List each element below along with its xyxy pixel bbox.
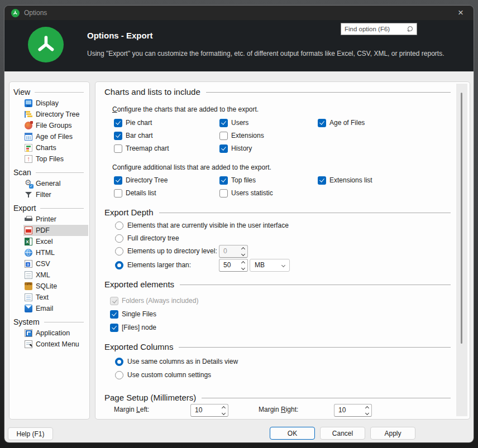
checkbox-folders-always-included[interactable]: Folders (Always included) xyxy=(110,297,198,305)
sidebar-item-directory-tree[interactable]: Directory Tree xyxy=(9,109,89,120)
sidebar-group-system: System xyxy=(13,316,84,327)
radio-button[interactable] xyxy=(115,221,123,230)
checkbox-single-files[interactable]: Single Files xyxy=(110,310,156,319)
checkbox-box[interactable] xyxy=(219,144,228,153)
checkbox-details-list[interactable]: Details list xyxy=(114,189,219,197)
spinner-down-icon[interactable] xyxy=(222,411,226,415)
section-divider xyxy=(206,92,451,93)
cancel-button[interactable]: Cancel xyxy=(320,427,365,440)
section-divider xyxy=(180,285,451,285)
spinner-up-icon[interactable] xyxy=(365,406,369,410)
sidebar-item-age-of-files[interactable]: Age of Files xyxy=(9,131,89,142)
sidebar-item-application[interactable]: Application xyxy=(9,327,89,339)
checkbox-history[interactable]: History xyxy=(219,144,318,153)
charts-icon xyxy=(25,144,32,152)
radio-use-custom-column-settings[interactable]: Use custom column settings xyxy=(115,369,211,381)
radio-button[interactable] xyxy=(115,261,123,269)
sidebar-group-label: Scan xyxy=(13,168,31,177)
radio-button[interactable] xyxy=(115,371,123,379)
radio-label: Elements larger than: xyxy=(127,261,191,269)
larger-than-spinner[interactable]: 50 xyxy=(219,259,248,272)
sidebar-item-xml[interactable]: XML xyxy=(9,269,89,281)
radio-button[interactable] xyxy=(115,358,123,366)
checkbox-box[interactable] xyxy=(114,144,122,153)
checkbox-box[interactable] xyxy=(219,189,228,197)
checkbox-label: History xyxy=(231,144,252,152)
apply-button[interactable]: Apply xyxy=(370,427,415,440)
checkbox-box[interactable] xyxy=(219,176,228,185)
application-icon xyxy=(25,329,32,337)
spinner-up-icon[interactable] xyxy=(222,406,226,410)
checkbox-box[interactable] xyxy=(114,132,122,140)
find-option-input[interactable] xyxy=(345,26,407,32)
group-divider xyxy=(44,322,84,322)
close-icon[interactable]: × xyxy=(452,6,469,20)
checkbox-users[interactable]: Users xyxy=(219,119,318,127)
sidebar-item-csv[interactable]: CSV xyxy=(9,258,89,269)
checkbox-row: Single Files xyxy=(110,308,156,320)
spinner-up-icon[interactable] xyxy=(241,247,245,251)
scrollbar-thumb[interactable] xyxy=(461,93,462,344)
checkbox-box[interactable] xyxy=(318,176,326,185)
sidebar-item-html[interactable]: HTML xyxy=(9,247,89,258)
radio-button[interactable] xyxy=(115,234,123,243)
checkbox-files-node[interactable]: [Files] node xyxy=(110,324,156,332)
checkbox-top-files[interactable]: Top files xyxy=(219,176,318,185)
checkbox-box[interactable] xyxy=(219,119,228,127)
radio-button[interactable] xyxy=(115,247,123,256)
sidebar-item-label: CSV xyxy=(36,260,50,268)
sidebar-item-pdf[interactable]: PDF xyxy=(9,225,89,236)
margin-left-spinner[interactable]: 10 xyxy=(190,404,228,417)
checkbox-extensions[interactable]: Extensions xyxy=(219,132,318,140)
help-button[interactable]: Help (F1) xyxy=(8,427,53,440)
sidebar-item-sqlite[interactable]: SQLite xyxy=(9,281,89,292)
sidebar-item-display[interactable]: Display xyxy=(9,98,89,109)
checkbox-directory-tree[interactable]: Directory Tree xyxy=(114,176,219,185)
sidebar-item-email[interactable]: Email xyxy=(9,303,89,314)
sidebar-item-excel[interactable]: Excel xyxy=(9,236,89,247)
sidebar-item-label: File Groups xyxy=(36,122,72,129)
checkbox-users-statistic[interactable]: Users statistic xyxy=(219,189,318,197)
sidebar-item-filter[interactable]: Filter xyxy=(9,189,89,200)
sidebar-item-label: Top Files xyxy=(36,155,64,163)
checkbox-box[interactable] xyxy=(114,189,122,197)
sidebar-item-general[interactable]: General xyxy=(9,178,89,189)
sidebar-item-printer[interactable]: Printer xyxy=(9,214,89,225)
radio-use-same-columns-as-in-details-view[interactable]: Use same columns as in Details view xyxy=(115,355,238,368)
radio-elements-up-to-directory-level[interactable]: Elements up to directory level: xyxy=(115,245,217,257)
checkbox-label: Single Files xyxy=(122,310,156,318)
scrollbar-track[interactable] xyxy=(456,84,467,416)
sidebar-item-top-files[interactable]: Top Files xyxy=(9,153,89,165)
checkbox-box[interactable] xyxy=(110,310,118,319)
checkbox-box[interactable] xyxy=(219,132,228,140)
checkbox-label: Extensions list xyxy=(329,176,372,184)
checkbox-age-of-files[interactable]: Age of Files xyxy=(318,119,429,127)
sidebar-item-context-menu[interactable]: Context Menu xyxy=(9,339,89,350)
spinner-down-icon[interactable] xyxy=(365,411,369,415)
spinner-up-icon[interactable] xyxy=(241,261,245,264)
checkbox-box[interactable] xyxy=(114,176,122,185)
section-divider xyxy=(202,398,451,398)
checkbox-box[interactable] xyxy=(114,119,122,127)
spinner-down-icon[interactable] xyxy=(241,252,245,256)
sidebar-item-file-groups[interactable]: File Groups xyxy=(9,120,89,131)
checkbox-label: Users xyxy=(231,119,248,127)
directory-level-spinner[interactable]: 0 xyxy=(219,245,248,258)
radio-elements-that-are-currently-visible-in-the-user-interface[interactable]: Elements that are currently visible in t… xyxy=(115,219,289,232)
unit-dropdown[interactable]: MB xyxy=(250,259,290,272)
checkbox-treemap-chart[interactable]: Treemap chart xyxy=(114,144,219,153)
printer-icon xyxy=(25,215,32,223)
checkbox-extensions-list[interactable]: Extensions list xyxy=(318,176,429,185)
checkbox-box[interactable] xyxy=(110,324,118,332)
checkbox-bar-chart[interactable]: Bar chart xyxy=(114,132,219,140)
checkbox-box[interactable] xyxy=(110,297,118,305)
spinner-down-icon[interactable] xyxy=(241,266,245,269)
margin-right-spinner[interactable]: 10 xyxy=(334,404,372,417)
ok-button[interactable]: OK xyxy=(270,427,315,440)
sidebar-item-charts[interactable]: Charts xyxy=(9,142,89,153)
radio-elements-larger-than[interactable]: Elements larger than: xyxy=(115,259,191,271)
checkbox-box[interactable] xyxy=(318,119,326,127)
checkbox-pie-chart[interactable]: Pie chart xyxy=(114,119,219,127)
radio-full-directory-tree[interactable]: Full directory tree xyxy=(115,232,179,244)
sidebar-item-text[interactable]: Text xyxy=(9,292,89,303)
